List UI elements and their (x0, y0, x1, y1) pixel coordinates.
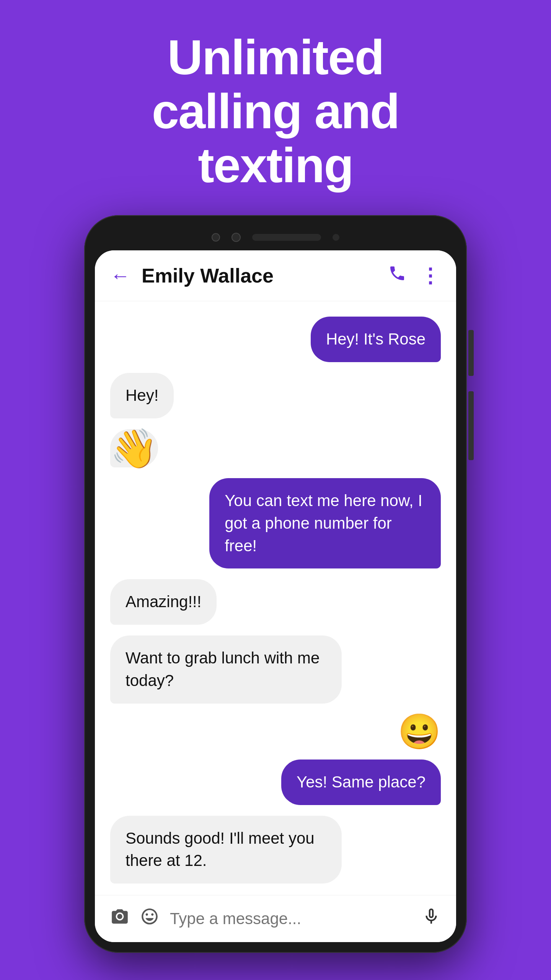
message-bubble: Yes! Same place? (281, 760, 441, 805)
side-button-2 (468, 391, 474, 460)
camera-left (212, 233, 220, 242)
more-options-button[interactable]: ⋮ (420, 264, 441, 287)
message-row: 😀 (110, 714, 441, 749)
messages-area: Hey! It's Rose Hey! 👋 You can text me he… (95, 301, 456, 895)
hero-text: Unlimited calling and texting (114, 0, 438, 215)
camera-right (231, 233, 241, 242)
back-button[interactable]: ← (110, 264, 130, 287)
message-bubble-emoji: 👋 (110, 429, 158, 467)
message-row: 👋 (110, 429, 441, 467)
message-row: You can text me here now, I got a phone … (110, 478, 441, 568)
input-bar (95, 895, 456, 942)
message-bubble: You can text me here now, I got a phone … (209, 478, 441, 568)
message-row: Hey! It's Rose (110, 317, 441, 362)
message-input[interactable] (170, 910, 411, 928)
message-bubble: Hey! It's Rose (311, 317, 441, 362)
hero-line3: texting (198, 138, 353, 193)
phone-top-bar (95, 226, 456, 250)
header-icons: ⋮ (388, 264, 441, 287)
phone-screen: ← Emily Wallace ⋮ Hey! It's Rose (95, 250, 456, 942)
hero-line1: Unlimited (167, 30, 383, 85)
phone-mockup: ← Emily Wallace ⋮ Hey! It's Rose (65, 215, 486, 980)
camera-icon[interactable] (110, 907, 129, 931)
sensor-dot (333, 234, 339, 241)
message-row: Hey! (110, 373, 441, 418)
message-row: Want to grab lunch with me today? (110, 635, 441, 704)
message-bubble: Amazing!!! (110, 579, 217, 625)
message-row: Amazing!!! (110, 579, 441, 625)
call-button[interactable] (388, 264, 406, 287)
message-bubble: Want to grab lunch with me today? (110, 635, 342, 704)
message-bubble: Sounds good! I'll meet you there at 12. (110, 816, 342, 884)
hero-line2: calling and (152, 84, 399, 139)
phone-device: ← Emily Wallace ⋮ Hey! It's Rose (84, 215, 467, 953)
contact-name: Emily Wallace (142, 264, 388, 287)
chat-header: ← Emily Wallace ⋮ (95, 250, 456, 301)
message-row: Yes! Same place? (110, 760, 441, 805)
emoji-icon[interactable] (140, 907, 159, 931)
message-bubble: Hey! (110, 373, 174, 418)
phone-speaker (252, 234, 321, 241)
message-bubble-emoji: 😀 (398, 714, 441, 749)
message-row: Sounds good! I'll meet you there at 12. (110, 816, 441, 884)
mic-icon[interactable] (422, 907, 441, 931)
side-button-1 (468, 330, 474, 376)
